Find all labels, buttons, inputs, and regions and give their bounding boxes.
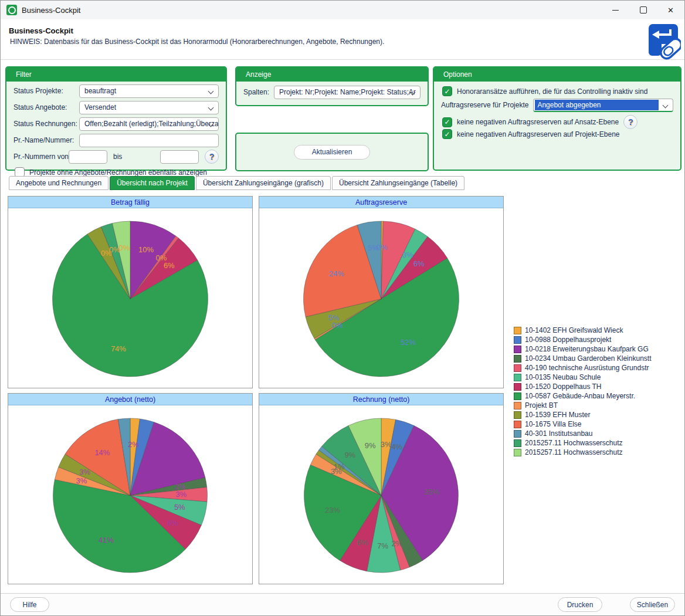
pie-slice-label: 14% [94, 448, 110, 457]
legend-swatch [514, 421, 521, 428]
business-cockpit-window: Business-Cockpit ✕ Business-Cockpit HINW… [0, 0, 685, 616]
pie-slice-label: 24% [329, 269, 344, 278]
pr-name-label: Pr.-Name/Nummer: [13, 136, 79, 144]
pie-slice-label: 9% [365, 441, 376, 450]
close-button[interactable]: ✕ [657, 1, 684, 19]
legend-swatch [514, 346, 521, 353]
status-rechnungen-dropdown[interactable]: Offen;Bezahlt (erledigt);Teilzahlung;Übe… [79, 117, 219, 131]
legend-swatch [514, 374, 521, 381]
chart-title: Auftragsreserve [259, 197, 503, 208]
aktualisieren-button[interactable]: Aktualisieren [294, 145, 370, 160]
spalten-label: Spalten: [243, 88, 274, 96]
status-projekte-value: beauftragt [84, 87, 116, 95]
status-angebote-label: Status Angebote: [13, 103, 79, 111]
tab-2[interactable]: Übersicht Zahlungseingänge (grafisch) [196, 176, 331, 190]
minimize-icon [612, 10, 619, 11]
pie-slice-label: 3% [76, 476, 87, 485]
legend-item: 10-0988 Doppelhausprojekt [514, 335, 651, 344]
pie-slice-label: 5% [328, 313, 340, 322]
pie-slice-label: 2% [391, 539, 402, 548]
pie-slice-label: 23% [325, 506, 340, 515]
legend-label: 40-190 technische Ausrüstung Grundstr [525, 364, 649, 372]
close-icon: ✕ [667, 6, 674, 15]
aktualisieren-box: Aktualisieren [235, 133, 429, 171]
keine-negativen-ansatz-checkbox[interactable]: ✓ [442, 117, 452, 127]
legend-label: 10-1520 Doppelhaus TH [525, 383, 602, 391]
filter-panel-header: Filter [6, 67, 226, 82]
pie-slice-label: 7% [377, 541, 388, 550]
pr-nummer-bis-input[interactable] [160, 150, 199, 164]
legend-item: 2015257.11 Hochwasserschutz [514, 448, 651, 457]
legend-label: 40-301 Institutsanbau [525, 429, 592, 438]
pie-slice-label: 6% [167, 519, 178, 527]
drucken-button[interactable]: Drucken [558, 597, 602, 612]
pie-chart: 10%0%6%74%0%0%0% [8, 208, 252, 387]
status-projekte-dropdown[interactable]: beauftragt [79, 84, 219, 98]
auftragsreserve-dropdown[interactable]: Angebot abgegeben [533, 99, 673, 112]
legend-swatch [514, 449, 521, 456]
keine-negativen-projekt-checkbox[interactable]: ✓ [442, 129, 452, 139]
spalten-value: Projekt: Nr;Projekt: Name;Projekt: Statu… [279, 88, 416, 96]
title-bar: Business-Cockpit ✕ [1, 1, 684, 20]
pie-chart: 3%4%35%2%7%6%23%3%1%9%9% [259, 405, 503, 583]
bis-label: bis [113, 153, 154, 161]
pie-slice-label: 3% [175, 490, 186, 499]
legend-item: 40-190 technische Ausrüstung Grundstr [514, 363, 651, 373]
pie-slice-label: 10% [138, 245, 154, 254]
keine-negativen-projekt-label: keine negativen Auftragsreserven auf Pro… [457, 130, 620, 138]
legend-item: 10-1520 Doppelhaus TH [514, 382, 651, 391]
maximize-button[interactable] [629, 1, 657, 19]
honoraransaetze-label: Honoraransätze aufführen, die für das Co… [457, 87, 647, 96]
legend-swatch [514, 411, 521, 419]
anzeige-panel-header: Anzeige [236, 67, 428, 82]
status-rechnungen-value: Offen;Bezahlt (erledigt);Teilzahlung;Übe… [84, 120, 219, 128]
chart-box-0: Betrag fällig10%0%6%74%0%0%0% [8, 196, 253, 388]
legend-item: 40-301 Institutsanbau [514, 429, 651, 438]
tab-1[interactable]: Übersicht nach Projekt [110, 176, 195, 190]
legend-label: 2015257.11 Hochwasserschutz [525, 439, 623, 447]
chart-legend: 10-1402 EFH Greifswald Wieck10-0988 Dopp… [514, 326, 651, 457]
legend-item: 10-1539 EFH Muster [514, 410, 651, 419]
tab-bar: Angebote und RechnungenÜbersicht nach Pr… [9, 176, 464, 190]
tab-3[interactable]: Übersicht Zahlungseingänge (Tabelle) [332, 176, 464, 190]
legend-item: 10-0218 Erweiterungsbau Kaufpark GG [514, 344, 651, 354]
pie-slice-label: 5% [174, 503, 185, 512]
status-rechnungen-label: Status Rechnungen: [13, 120, 79, 128]
honoraransaetze-checkbox[interactable]: ✓ [442, 86, 452, 96]
pie-slice-label: 3% [381, 440, 392, 449]
optionen-panel: Optionen ✓ Honoraransätze aufführen, die… [433, 66, 681, 171]
legend-swatch [514, 383, 521, 391]
legend-swatch [514, 364, 521, 372]
help-icon[interactable]: ? [623, 115, 637, 129]
footer-bar: Hilfe Drucken Schließen [1, 593, 684, 615]
chart-box-2: Angebot (netto)2%2%3%5%6%41%3%3%14% [8, 393, 253, 584]
legend-item: 10-0234 Umbau Garderoben Kleinkunstt [514, 354, 651, 363]
legend-item: 10-1675 Villa Else [514, 419, 651, 429]
pr-name-input[interactable] [79, 134, 219, 147]
pr-nummer-von-input[interactable] [69, 150, 107, 164]
help-icon[interactable]: ? [205, 150, 219, 164]
legend-swatch [514, 355, 521, 363]
hilfe-button[interactable]: Hilfe [10, 597, 49, 612]
spalten-dropdown[interactable]: Projekt: Nr;Projekt: Name;Projekt: Statu… [274, 86, 421, 99]
projekte-ohne-angebote-label: Projekte ohne Angebote/Rechnungen ebenfa… [29, 168, 95, 177]
legend-label: 10-1402 EFH Greifswald Wieck [525, 326, 623, 334]
legend-item: Projekt BT [514, 401, 651, 410]
pie-slice-label: 1% [334, 462, 345, 471]
anzeige-panel: Anzeige Spalten: Projekt: Nr;Projekt: Na… [235, 66, 429, 106]
auftragsreserve-label: Auftragsreserve für Projekte [441, 101, 528, 109]
auftragsreserve-value: Angebot abgegeben [535, 100, 659, 110]
schliessen-button[interactable]: Schließen [630, 597, 675, 612]
tab-0[interactable]: Angebote und Rechnungen [9, 176, 108, 190]
app-icon-ring [8, 6, 16, 14]
legend-label: 10-0218 Erweiterungsbau Kaufpark GG [525, 345, 649, 353]
chevron-down-icon [208, 104, 214, 110]
minimize-button[interactable] [602, 1, 629, 19]
pie-slice-label: 4% [391, 442, 402, 451]
status-angebote-dropdown[interactable]: Versendet [79, 101, 219, 114]
chart-box-1: Auftragsreserve0%3%6%52%0%5%24%5% [259, 196, 504, 388]
legend-label: Projekt BT [525, 401, 558, 409]
legend-label: 2015257.11 Hochwasserschutz [525, 448, 623, 456]
legend-label: 10-1675 Villa Else [525, 420, 582, 428]
chevron-down-icon [663, 102, 669, 108]
